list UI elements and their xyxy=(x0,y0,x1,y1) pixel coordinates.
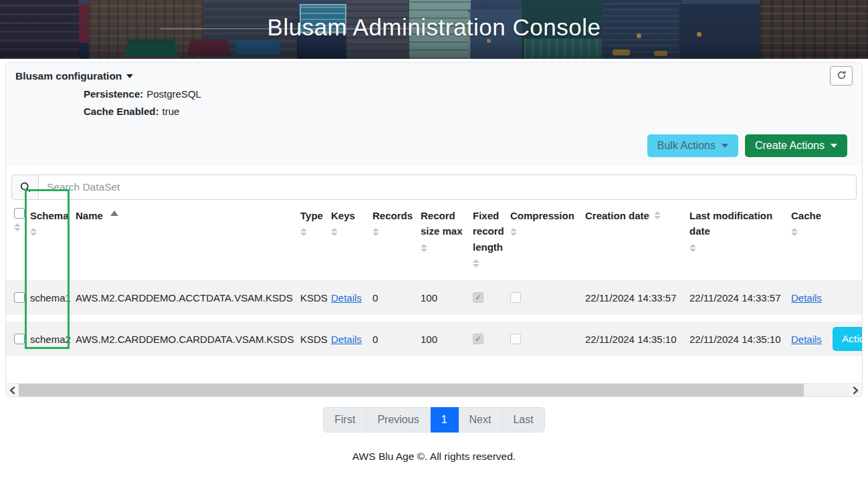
header-cache-label: Cache xyxy=(791,208,821,223)
sort-icon[interactable] xyxy=(689,244,696,252)
sort-icon[interactable] xyxy=(300,228,307,236)
pagination-page-1[interactable]: 1 xyxy=(431,407,459,433)
search-icon xyxy=(11,174,38,200)
chevron-left-icon xyxy=(9,386,15,394)
config-dropdown[interactable]: Blusam configuration xyxy=(15,70,133,82)
keys-details-link[interactable]: Details xyxy=(331,334,362,345)
chevron-down-icon xyxy=(831,144,837,148)
cache-details-link[interactable]: Details xyxy=(791,334,822,345)
header-type[interactable]: Type xyxy=(296,208,327,236)
scroll-right-button[interactable] xyxy=(849,384,862,396)
header-last-modification-date-label: Last modification date xyxy=(689,208,787,239)
header-keys[interactable]: Keys xyxy=(327,208,368,236)
chevron-right-icon xyxy=(853,386,859,394)
persistence-value: PostgreSQL xyxy=(146,88,201,100)
bulk-actions-button[interactable]: Bulk Actions xyxy=(647,134,738,157)
fixed-record-length-checkbox xyxy=(473,334,483,344)
header-creation-date[interactable]: Creation date xyxy=(581,208,685,223)
table-row: schema1 AWS.M2.CARDDEMO.ACCTDATA.VSAM.KS… xyxy=(6,280,862,315)
header-cache[interactable]: Cache xyxy=(787,208,834,236)
cache-enabled-label: Cache Enabled: xyxy=(84,106,159,117)
sort-icon[interactable] xyxy=(791,228,798,236)
page: Blusam Administration Console Blusam con… xyxy=(0,0,868,480)
sort-icon[interactable] xyxy=(14,223,21,231)
search-bar xyxy=(11,174,857,200)
sort-icon[interactable] xyxy=(473,259,479,267)
header-record-size-max-label: Record size max xyxy=(421,208,469,239)
cell-name: AWS.M2.CARDDEMO.CARDDATA.VSAM.KSDS xyxy=(72,334,296,345)
cell-records: 0 xyxy=(368,292,417,304)
sort-icon[interactable] xyxy=(654,211,661,219)
header-name-label: Name xyxy=(76,208,103,223)
compression-checkbox xyxy=(510,292,521,303)
header-type-label: Type xyxy=(300,208,323,223)
footer-text: AWS Blu Age ©. All rights reserved. xyxy=(352,451,516,462)
cell-records: 0 xyxy=(368,334,417,345)
row-actions-button[interactable]: Actions xyxy=(833,327,863,351)
table-row: schema2 AWS.M2.CARDDEMO.CARDDATA.VSAM.KS… xyxy=(6,322,862,356)
create-actions-label: Create Actions xyxy=(755,140,825,152)
cell-creation-date: 22/11/2024 14:35:10 xyxy=(581,334,685,345)
pagination-previous[interactable]: Previous xyxy=(366,407,430,433)
scroll-left-button[interactable] xyxy=(6,384,19,396)
header-creation-date-label: Creation date xyxy=(585,208,649,223)
cell-record-size-max: 100 xyxy=(417,334,469,345)
sort-icon[interactable] xyxy=(331,228,338,236)
config-section: Blusam configuration Persistence:Postgre… xyxy=(6,63,862,165)
header-schema[interactable]: Schema xyxy=(27,208,72,236)
header-compression[interactable]: Compression xyxy=(506,208,581,236)
compression-checkbox xyxy=(510,334,521,344)
chevron-down-icon xyxy=(722,144,728,148)
cell-record-size-max: 100 xyxy=(417,292,469,304)
header-compression-label: Compression xyxy=(510,208,574,223)
keys-details-link[interactable]: Details xyxy=(331,292,362,304)
chevron-down-icon xyxy=(126,74,133,78)
cell-last-modification-date: 22/11/2024 14:35:10 xyxy=(685,334,787,345)
header-fixed-record-length-label: Fixed record length xyxy=(473,208,506,255)
refresh-icon xyxy=(837,70,847,82)
row-actions-label: Actions xyxy=(842,333,863,345)
fixed-record-length-checkbox xyxy=(473,292,483,303)
header-records-label: Records xyxy=(372,208,413,223)
main-panel: Blusam configuration Persistence:Postgre… xyxy=(5,62,863,397)
create-actions-button[interactable]: Create Actions xyxy=(745,134,847,157)
actions-toolbar: Bulk Actions Create Actions xyxy=(15,134,847,157)
refresh-button[interactable] xyxy=(830,66,853,86)
bulk-actions-label: Bulk Actions xyxy=(657,140,716,152)
select-all-checkbox[interactable] xyxy=(14,208,25,219)
sort-icon[interactable] xyxy=(30,228,37,236)
pagination-next[interactable]: Next xyxy=(459,407,503,433)
persistence-label: Persistence: xyxy=(84,88,143,100)
header-fixed-record-length[interactable]: Fixed record length xyxy=(469,208,506,267)
cell-creation-date: 22/11/2024 14:33:57 xyxy=(581,292,685,304)
row-select-checkbox[interactable] xyxy=(14,292,25,303)
cell-last-modification-date: 22/11/2024 14:33:57 xyxy=(685,292,787,304)
cell-name: AWS.M2.CARDDEMO.ACCTDATA.VSAM.KSDS xyxy=(72,292,296,304)
header-schema-label: Schema xyxy=(30,208,69,223)
header-name[interactable]: Name xyxy=(72,208,296,223)
horizontal-scrollbar[interactable] xyxy=(6,383,862,396)
header-record-size-max[interactable]: Record size max xyxy=(417,208,469,252)
page-title: Blusam Administration Console xyxy=(0,0,868,55)
pagination-first[interactable]: First xyxy=(323,407,366,433)
header-records[interactable]: Records xyxy=(368,208,417,236)
cache-details-link[interactable]: Details xyxy=(791,292,822,304)
scrollbar-thumb[interactable] xyxy=(19,384,804,396)
sort-icon[interactable] xyxy=(372,228,379,236)
cell-schema: schema1 xyxy=(27,292,72,304)
header-select-all xyxy=(6,208,27,231)
header-keys-label: Keys xyxy=(331,208,355,223)
sort-icon[interactable] xyxy=(421,244,427,252)
config-dropdown-label: Blusam configuration xyxy=(15,70,122,82)
table-header-row: Schema Name Type Keys Records xyxy=(6,204,862,280)
header-banner: Blusam Administration Console xyxy=(0,0,868,59)
pagination: First Previous 1 Next Last xyxy=(0,407,868,433)
pagination-last[interactable]: Last xyxy=(502,407,544,433)
header-last-modification-date[interactable]: Last modification date xyxy=(685,208,787,252)
row-select-checkbox[interactable] xyxy=(14,334,25,344)
search-input[interactable] xyxy=(38,174,857,200)
sort-icon[interactable] xyxy=(510,228,517,236)
cell-schema: schema2 xyxy=(27,334,72,345)
cache-enabled-value: true xyxy=(162,106,180,117)
scrollbar-track[interactable] xyxy=(19,384,849,396)
